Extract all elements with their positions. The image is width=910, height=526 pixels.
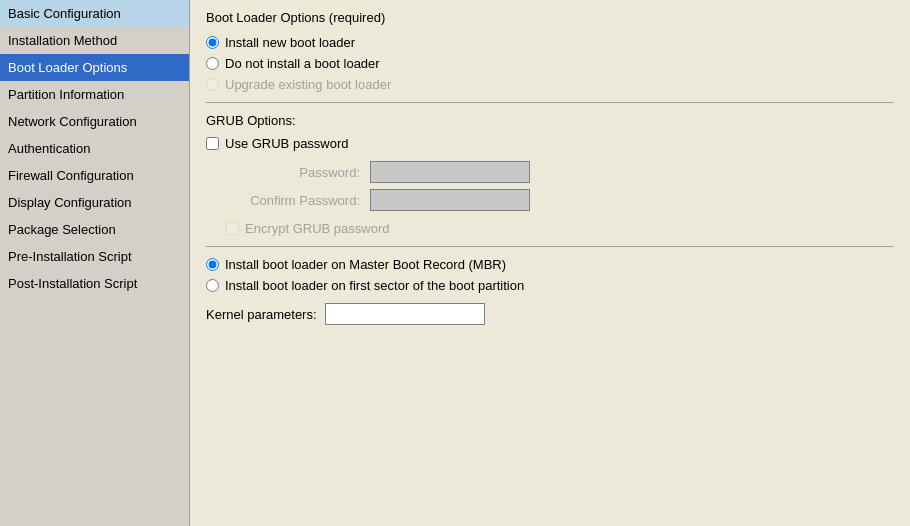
- confirm-password-input[interactable]: [370, 189, 530, 211]
- boot-radio-label-1: Do not install a boot loader: [225, 56, 380, 71]
- password-input[interactable]: [370, 161, 530, 183]
- sidebar-item-firewall-configuration[interactable]: Firewall Configuration: [0, 162, 189, 189]
- sidebar-item-package-selection[interactable]: Package Selection: [0, 216, 189, 243]
- password-label: Password:: [226, 161, 366, 183]
- password-grid: Password: Confirm Password:: [226, 161, 894, 211]
- boot-radio-do-not-install[interactable]: [206, 57, 219, 70]
- location-radio-first-sector[interactable]: [206, 279, 219, 292]
- sidebar: Basic ConfigurationInstallation MethodBo…: [0, 0, 190, 526]
- confirm-password-label: Confirm Password:: [226, 189, 366, 211]
- separator-1: [206, 102, 894, 103]
- kernel-params-row: Kernel parameters:: [206, 303, 894, 325]
- boot-radio-item-0: Install new boot loader: [206, 35, 894, 50]
- boot-radio-label-0: Install new boot loader: [225, 35, 355, 50]
- boot-radio-item-2: Upgrade existing boot loader: [206, 77, 894, 92]
- sidebar-item-partition-information[interactable]: Partition Information: [0, 81, 189, 108]
- kernel-params-label: Kernel parameters:: [206, 307, 317, 322]
- sidebar-item-pre-installation-script[interactable]: Pre-Installation Script: [0, 243, 189, 270]
- sidebar-item-network-configuration[interactable]: Network Configuration: [0, 108, 189, 135]
- location-radio-label-1: Install boot loader on first sector of t…: [225, 278, 524, 293]
- boot-loader-radio-group: Install new boot loaderDo not install a …: [206, 35, 894, 92]
- boot-radio-install-new[interactable]: [206, 36, 219, 49]
- encrypt-grub-label: Encrypt GRUB password: [245, 221, 390, 236]
- boot-radio-item-1: Do not install a boot loader: [206, 56, 894, 71]
- location-radio-group: Install boot loader on Master Boot Recor…: [206, 257, 894, 293]
- use-grub-password-checkbox-item: Use GRUB password: [206, 136, 894, 151]
- location-radio-mbr[interactable]: [206, 258, 219, 271]
- boot-radio-upgrade-existing: [206, 78, 219, 91]
- location-radio-item-1: Install boot loader on first sector of t…: [206, 278, 894, 293]
- sidebar-item-installation-method[interactable]: Installation Method: [0, 27, 189, 54]
- sidebar-item-post-installation-script[interactable]: Post-Installation Script: [0, 270, 189, 297]
- sidebar-item-boot-loader-options[interactable]: Boot Loader Options: [0, 54, 189, 81]
- location-radio-item-0: Install boot loader on Master Boot Recor…: [206, 257, 894, 272]
- sidebar-item-authentication[interactable]: Authentication: [0, 135, 189, 162]
- sidebar-item-display-configuration[interactable]: Display Configuration: [0, 189, 189, 216]
- use-grub-password-label: Use GRUB password: [225, 136, 349, 151]
- encrypt-grub-checkbox[interactable]: [226, 222, 239, 235]
- sidebar-item-basic-configuration[interactable]: Basic Configuration: [0, 0, 189, 27]
- use-grub-password-checkbox[interactable]: [206, 137, 219, 150]
- encrypt-grub-checkbox-item: Encrypt GRUB password: [226, 221, 894, 236]
- grub-section-title: GRUB Options:: [206, 113, 894, 128]
- kernel-params-input[interactable]: [325, 303, 485, 325]
- section-title: Boot Loader Options (required): [206, 10, 894, 25]
- location-radio-label-0: Install boot loader on Master Boot Recor…: [225, 257, 506, 272]
- separator-2: [206, 246, 894, 247]
- main-content: Boot Loader Options (required) Install n…: [190, 0, 910, 526]
- boot-radio-label-2: Upgrade existing boot loader: [225, 77, 391, 92]
